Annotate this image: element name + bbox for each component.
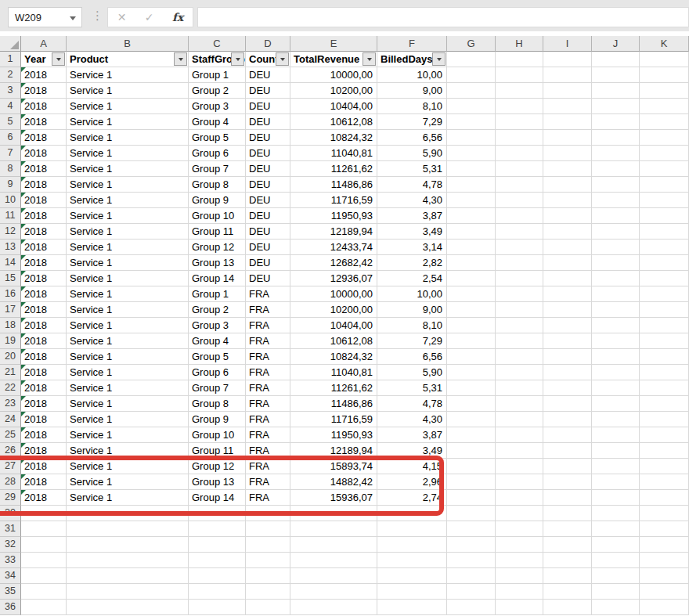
cell-B23[interactable]: Service 1 — [67, 396, 189, 412]
cell-F31[interactable] — [377, 521, 447, 537]
cell-E29[interactable]: 15936,07 — [290, 490, 377, 506]
cell-E9[interactable]: 11486,86 — [290, 177, 377, 193]
cell-F12[interactable]: 3,49 — [377, 224, 447, 240]
cell-C9[interactable]: Group 8 — [189, 177, 246, 193]
cell-E36[interactable] — [290, 600, 377, 615]
cell-B10[interactable]: Service 1 — [67, 193, 189, 208]
cell-K31[interactable] — [640, 521, 689, 537]
column-header-D[interactable]: D — [246, 36, 290, 52]
cell-C25[interactable]: Group 10 — [189, 427, 246, 443]
cell-A31[interactable] — [21, 521, 67, 537]
cell-K16[interactable] — [640, 286, 689, 302]
cell-A12[interactable]: 2018 — [21, 224, 67, 240]
cell-F32[interactable] — [377, 537, 447, 553]
cell-F6[interactable]: 6,56 — [377, 130, 447, 146]
cell-J6[interactable] — [592, 130, 640, 146]
cell-D36[interactable] — [246, 600, 290, 615]
cell-E17[interactable]: 10200,00 — [290, 302, 377, 318]
cell-J27[interactable] — [592, 459, 640, 474]
cell-C18[interactable]: Group 3 — [189, 318, 246, 333]
cell-K29[interactable] — [640, 490, 689, 506]
row-header-18[interactable]: 18 — [0, 318, 21, 333]
cell-F27[interactable]: 4,15 — [377, 459, 447, 474]
cell-J25[interactable] — [592, 427, 640, 443]
cell-F30[interactable] — [377, 506, 447, 521]
cell-C21[interactable]: Group 6 — [189, 365, 246, 380]
cell-F23[interactable]: 4,78 — [377, 396, 447, 412]
cell-I20[interactable] — [543, 349, 592, 365]
cell-H15[interactable] — [496, 271, 543, 286]
cell-D32[interactable] — [246, 537, 290, 553]
cell-A17[interactable]: 2018 — [21, 302, 67, 318]
cell-H20[interactable] — [496, 349, 543, 365]
cell-A22[interactable]: 2018 — [21, 380, 67, 396]
cell-H18[interactable] — [496, 318, 543, 333]
cell-H24[interactable] — [496, 412, 543, 427]
cell-G34[interactable] — [447, 568, 496, 584]
cell-G6[interactable] — [447, 130, 496, 146]
cell-D35[interactable] — [246, 584, 290, 600]
cell-A28[interactable]: 2018 — [21, 474, 67, 490]
row-header-33[interactable]: 33 — [0, 553, 21, 568]
cell-G3[interactable] — [447, 83, 496, 99]
cell-K23[interactable] — [640, 396, 689, 412]
cell-K3[interactable] — [640, 83, 689, 99]
cell-J24[interactable] — [592, 412, 640, 427]
cell-F33[interactable] — [377, 553, 447, 568]
row-header-16[interactable]: 16 — [0, 286, 21, 302]
cell-G33[interactable] — [447, 553, 496, 568]
cell-B16[interactable]: Service 1 — [67, 286, 189, 302]
cell-H30[interactable] — [496, 506, 543, 521]
cancel-icon[interactable]: ✕ — [117, 11, 127, 23]
cell-J19[interactable] — [592, 333, 640, 349]
cell-B1[interactable]: Product — [67, 52, 189, 67]
cell-E2[interactable]: 10000,00 — [290, 67, 377, 83]
cell-H31[interactable] — [496, 521, 543, 537]
cell-D16[interactable]: FRA — [246, 286, 290, 302]
cell-A6[interactable]: 2018 — [21, 130, 67, 146]
cell-C12[interactable]: Group 11 — [189, 224, 246, 240]
cell-J10[interactable] — [592, 193, 640, 208]
cell-C34[interactable] — [189, 568, 246, 584]
cell-K12[interactable] — [640, 224, 689, 240]
name-box-dropdown-icon[interactable] — [70, 16, 76, 20]
row-header-4[interactable]: 4 — [0, 99, 21, 114]
cell-I13[interactable] — [543, 240, 592, 255]
cell-A21[interactable]: 2018 — [21, 365, 67, 380]
filter-button-C[interactable] — [231, 52, 244, 66]
cell-I8[interactable] — [543, 161, 592, 177]
column-header-G[interactable]: G — [447, 36, 496, 52]
cell-F26[interactable]: 3,49 — [377, 443, 447, 459]
cell-A34[interactable] — [21, 568, 67, 584]
row-header-15[interactable]: 15 — [0, 271, 21, 286]
cell-C30[interactable] — [189, 506, 246, 521]
cell-D10[interactable]: DEU — [246, 193, 290, 208]
cell-J9[interactable] — [592, 177, 640, 193]
cell-I25[interactable] — [543, 427, 592, 443]
cell-I23[interactable] — [543, 396, 592, 412]
cell-H25[interactable] — [496, 427, 543, 443]
cell-E21[interactable]: 11040,81 — [290, 365, 377, 380]
cell-B22[interactable]: Service 1 — [67, 380, 189, 396]
cell-B32[interactable] — [67, 537, 189, 553]
cell-F2[interactable]: 10,00 — [377, 67, 447, 83]
column-header-C[interactable]: C — [189, 36, 246, 52]
cell-J4[interactable] — [592, 99, 640, 114]
cell-E33[interactable] — [290, 553, 377, 568]
cell-B26[interactable]: Service 1 — [67, 443, 189, 459]
cell-J20[interactable] — [592, 349, 640, 365]
cell-D11[interactable]: DEU — [246, 208, 290, 224]
cell-E25[interactable]: 11950,93 — [290, 427, 377, 443]
cell-B29[interactable]: Service 1 — [67, 490, 189, 506]
cell-K14[interactable] — [640, 255, 689, 271]
formula-bar-input[interactable] — [197, 7, 689, 27]
cell-B30[interactable] — [67, 506, 189, 521]
row-header-31[interactable]: 31 — [0, 521, 21, 537]
row-header-10[interactable]: 10 — [0, 193, 21, 208]
cell-H11[interactable] — [496, 208, 543, 224]
cell-B35[interactable] — [67, 584, 189, 600]
cell-H14[interactable] — [496, 255, 543, 271]
cell-B33[interactable] — [67, 553, 189, 568]
cell-K33[interactable] — [640, 553, 689, 568]
cell-C1[interactable]: StaffGroup — [189, 52, 246, 67]
